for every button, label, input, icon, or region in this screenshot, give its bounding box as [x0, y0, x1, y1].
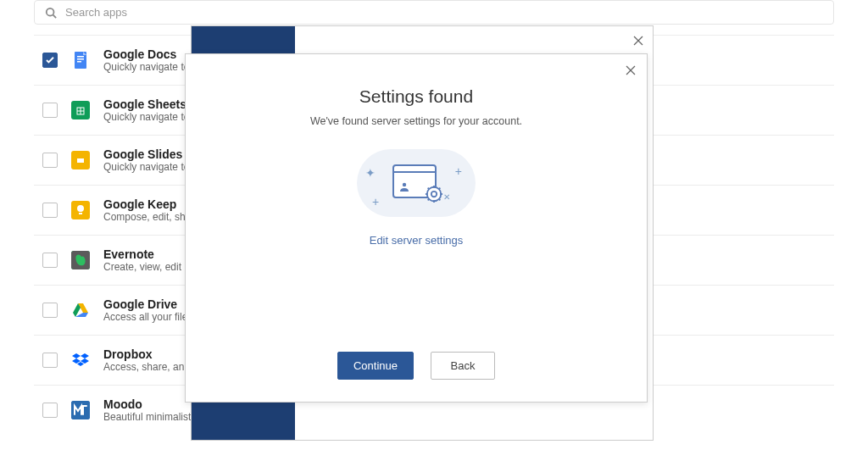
- modal-subtitle: We've found server settings for your acc…: [211, 115, 621, 127]
- svg-rect-5: [77, 61, 81, 63]
- evernote-icon: [71, 251, 90, 269]
- app-checkbox[interactable]: [42, 303, 58, 318]
- check-icon: [46, 57, 54, 64]
- svg-rect-11: [77, 158, 84, 163]
- sheets-icon: [71, 101, 90, 119]
- search-bar[interactable]: [34, 0, 834, 25]
- close-icon: [625, 64, 637, 76]
- drive-icon: [71, 301, 90, 319]
- close-icon: [632, 35, 644, 47]
- dropbox-icon: [71, 351, 90, 369]
- search-icon: [45, 7, 57, 19]
- settings-illustration: ✦ + + ✕: [357, 149, 476, 217]
- app-checkbox[interactable]: [42, 103, 58, 118]
- svg-line-27: [439, 199, 441, 201]
- gear-icon: [425, 185, 443, 203]
- close-button-outer[interactable]: [632, 35, 644, 47]
- svg-line-26: [428, 188, 430, 190]
- moodo-icon: [71, 401, 90, 419]
- app-checkbox[interactable]: [42, 353, 58, 368]
- app-checkbox[interactable]: [42, 403, 58, 418]
- person-icon: [399, 181, 409, 192]
- continue-button[interactable]: Continue: [337, 352, 414, 380]
- modal-button-row: Continue Back: [186, 352, 647, 380]
- app-checkbox[interactable]: [42, 203, 58, 218]
- svg-line-29: [439, 188, 441, 190]
- modal-title: Settings found: [211, 86, 621, 107]
- svg-line-1: [53, 14, 57, 18]
- close-button[interactable]: [625, 64, 637, 76]
- app-description: Beautiful minimalistic: [103, 411, 198, 423]
- svg-rect-3: [77, 56, 84, 58]
- svg-rect-4: [77, 58, 84, 60]
- slides-icon: [71, 151, 90, 169]
- app-checkbox[interactable]: [42, 253, 58, 268]
- svg-point-0: [47, 8, 54, 15]
- search-input[interactable]: [65, 6, 823, 19]
- edit-server-settings-link[interactable]: Edit server settings: [370, 234, 464, 247]
- svg-point-19: [403, 183, 406, 186]
- back-button[interactable]: Back: [431, 352, 495, 380]
- keep-icon: [71, 201, 90, 219]
- docs-icon: [71, 51, 90, 69]
- settings-found-modal: Settings found We've found server settin…: [185, 53, 648, 403]
- app-checkbox[interactable]: [42, 153, 58, 168]
- svg-line-28: [428, 199, 430, 201]
- app-checkbox[interactable]: [42, 53, 58, 68]
